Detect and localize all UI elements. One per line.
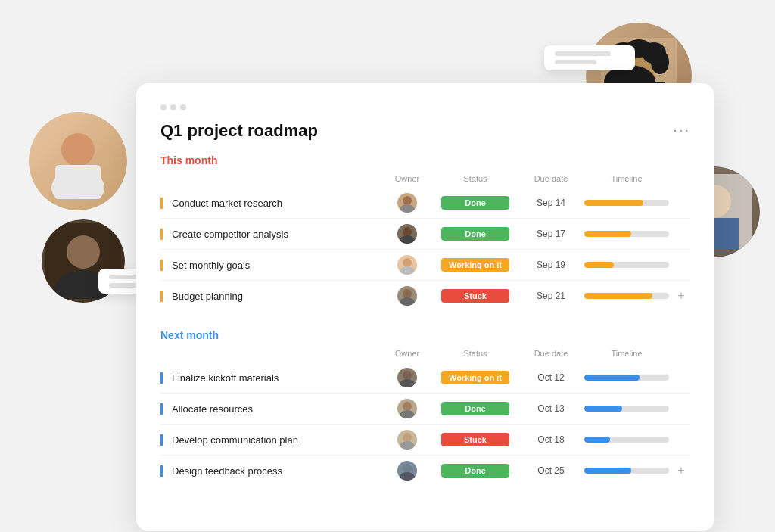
svg-point-4	[67, 235, 100, 269]
window-dot	[180, 104, 186, 110]
row-name: Allocate resources	[160, 403, 384, 415]
timeline-cell	[581, 372, 672, 383]
col-header-due: Due date	[521, 349, 581, 358]
row-name: Design feedback process	[160, 465, 384, 477]
main-card: Q1 project roadmap ··· This month Owner …	[136, 83, 714, 531]
add-col[interactable]: +	[672, 289, 690, 303]
due-date-cell: Oct 25	[521, 465, 581, 476]
status-cell: Working on it	[430, 258, 521, 272]
row-name: Conduct market research	[160, 198, 384, 209]
due-date-cell: Sep 19	[521, 260, 581, 270]
svg-point-24	[400, 235, 415, 244]
timeline-cell	[581, 198, 672, 208]
owner-cell	[384, 430, 430, 450]
table-row: Develop communication plan Stuck Oct 18	[160, 425, 690, 456]
due-date-cell: Oct 18	[521, 434, 581, 445]
col-header-due: Due date	[521, 174, 581, 183]
col-header-owner: Owner	[384, 174, 430, 183]
timeline-cell	[581, 229, 672, 239]
timeline-fill	[584, 437, 610, 443]
window-dots	[160, 104, 690, 110]
svg-point-31	[403, 402, 412, 411]
avatar	[397, 430, 417, 450]
row-name: Finalize kickoff materials	[160, 372, 384, 384]
svg-point-33	[403, 433, 412, 442]
scene: Q1 project roadmap ··· This month Owner …	[0, 0, 775, 532]
owner-cell	[384, 368, 430, 387]
window-dot	[160, 104, 167, 110]
timeline-track	[584, 468, 669, 474]
status-cell: Stuck	[430, 289, 521, 303]
timeline-fill	[584, 231, 631, 237]
tooltip-bubble-top	[544, 45, 635, 70]
svg-rect-2	[55, 165, 101, 188]
section-title-this-month: This month	[160, 154, 690, 166]
due-date-cell: Oct 12	[521, 372, 581, 383]
col-header-name	[170, 174, 384, 183]
avatar	[397, 193, 417, 213]
timeline-cell	[581, 434, 672, 445]
table-row: Set monthly goals Working on it Sep 19	[160, 250, 690, 281]
col-header-name	[170, 349, 384, 358]
status-badge: Done	[441, 227, 509, 241]
svg-point-32	[400, 410, 415, 418]
timeline-fill	[584, 468, 631, 474]
row-name: Create competitor analysis	[160, 229, 384, 240]
row-name: Budget planning	[160, 291, 384, 302]
svg-point-23	[403, 227, 412, 236]
svg-point-21	[403, 196, 412, 205]
owner-cell	[384, 255, 430, 275]
col-header-timeline: Timeline	[581, 174, 672, 183]
status-badge: Done	[441, 464, 509, 478]
avatar	[397, 224, 417, 244]
timeline-fill	[584, 262, 614, 268]
due-date-cell: Oct 13	[521, 403, 581, 414]
svg-point-34	[400, 441, 415, 450]
timeline-fill	[584, 406, 622, 412]
svg-point-30	[400, 379, 415, 387]
status-badge: Stuck	[441, 433, 509, 446]
timeline-track	[584, 406, 669, 412]
due-date-cell: Sep 21	[521, 291, 581, 301]
next-month-table: Owner Status Due date Timeline Finalize …	[160, 349, 690, 486]
timeline-cell	[581, 291, 672, 301]
timeline-cell	[581, 403, 672, 414]
status-badge: Done	[441, 402, 509, 415]
svg-point-27	[403, 289, 412, 298]
col-header-owner: Owner	[384, 349, 430, 358]
table-row: Design feedback process Done Oct 25	[160, 456, 690, 486]
table-row: Conduct market research Done Sep 14	[160, 188, 690, 219]
due-date-cell: Sep 14	[521, 198, 581, 208]
status-cell: Done	[430, 196, 521, 210]
svg-point-29	[403, 371, 412, 380]
avatar	[397, 368, 417, 387]
section-title-next-month: Next month	[160, 329, 690, 341]
owner-cell	[384, 286, 430, 306]
status-badge: Stuck	[441, 289, 509, 303]
table-header-next-month: Owner Status Due date Timeline	[160, 349, 690, 362]
tooltip-line	[555, 60, 596, 64]
svg-point-0	[61, 133, 95, 166]
timeline-track	[584, 231, 669, 237]
owner-cell	[384, 399, 430, 418]
more-options-button[interactable]: ···	[673, 121, 690, 138]
timeline-fill	[584, 375, 640, 381]
svg-point-12	[651, 50, 669, 74]
table-row: Create competitor analysis Done Sep 17	[160, 219, 690, 250]
status-cell: Done	[430, 464, 521, 478]
card-header: Q1 project roadmap ···	[160, 121, 690, 141]
timeline-track	[584, 262, 669, 268]
timeline-track	[584, 437, 669, 443]
avatar	[397, 255, 417, 275]
timeline-track	[584, 375, 669, 381]
this-month-table: Owner Status Due date Timeline Conduct m…	[160, 174, 690, 311]
row-name: Set monthly goals	[160, 260, 384, 271]
svg-point-22	[400, 204, 415, 213]
owner-cell	[384, 224, 430, 244]
owner-cell	[384, 193, 430, 213]
col-header-add	[672, 174, 690, 183]
add-col[interactable]: +	[672, 464, 690, 478]
status-cell: Working on it	[430, 371, 521, 384]
col-header-status: Status	[430, 349, 521, 358]
status-badge: Working on it	[441, 371, 509, 384]
